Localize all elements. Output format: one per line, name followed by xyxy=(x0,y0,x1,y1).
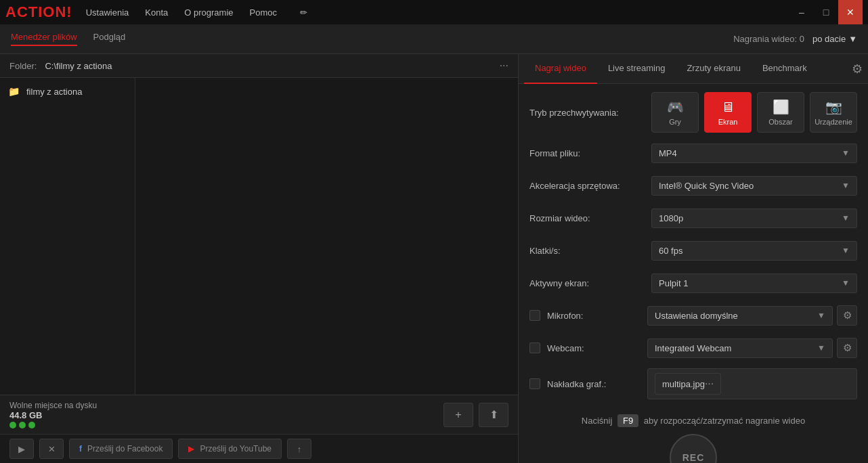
stop-button[interactable]: ✕ xyxy=(39,439,64,459)
resolution-value: 1080p xyxy=(659,213,683,223)
format-arrow-icon: ▼ xyxy=(842,148,850,158)
folder-more-button[interactable]: ··· xyxy=(500,60,508,72)
fps-value: 60 fps xyxy=(659,246,682,256)
rec-hint-suffix: aby rozpocząć/zatrzymać nagranie wideo xyxy=(644,416,805,426)
format-value: MP4 xyxy=(659,148,677,158)
mic-gear-button[interactable]: ⚙ xyxy=(837,305,857,326)
webcam-gear-button[interactable]: ⚙ xyxy=(837,338,857,358)
right-panel: Nagraj wideo Live streaming Zrzuty ekran… xyxy=(519,54,868,463)
rec-hint-prefix: Naciśnij xyxy=(582,416,613,426)
youtube-icon: ▶ xyxy=(188,444,194,454)
folder-icon: 📁 xyxy=(8,86,20,97)
mic-checkbox[interactable] xyxy=(529,310,540,321)
tab-podglad[interactable]: Podgląd xyxy=(93,32,126,46)
overlay-more-icon[interactable]: ··· xyxy=(705,378,714,390)
close-button[interactable]: ✕ xyxy=(838,0,863,24)
games-icon: 🎮 xyxy=(667,99,684,115)
disk-dots xyxy=(9,422,97,428)
overlay-label: Nakładka graf.: xyxy=(547,379,647,389)
webcam-setting: Integrated Webcam ▼ ⚙ xyxy=(647,338,857,358)
minimize-button[interactable]: – xyxy=(789,0,814,24)
nav-ustawienia[interactable]: Ustawienia xyxy=(86,7,129,18)
overlay-checkbox[interactable] xyxy=(529,378,540,389)
capture-btn-gry[interactable]: 🎮 Gry xyxy=(651,92,699,133)
capture-btn-urzadzenie-label: Urządzenie xyxy=(815,118,852,126)
window-controls: – □ ✕ xyxy=(789,0,863,24)
file-sidebar: 📁 filmy z actiona xyxy=(0,78,135,395)
acceleration-row: Akceleracja sprzętowa: Intel® Quick Sync… xyxy=(529,173,857,198)
overlay-file-display[interactable]: multipa.jpg ··· xyxy=(655,373,721,395)
capture-btn-obszar[interactable]: ⬜ Obszar xyxy=(757,92,804,133)
tab-menedzer-plikow[interactable]: Menedżer plików xyxy=(11,32,77,46)
mic-setting: Ustawienia domyślne ▼ ⚙ xyxy=(647,305,857,326)
tab-live-streaming[interactable]: Live streaming xyxy=(597,54,676,84)
active-screen-dropdown[interactable]: Pulpit 1 ▼ xyxy=(651,273,857,293)
import-button[interactable]: ⬆ xyxy=(479,403,508,427)
active-screen-arrow-icon: ▼ xyxy=(842,278,850,288)
app-logo: ACTION! xyxy=(5,3,72,21)
recording-count: Nagrania wideo: 0 xyxy=(733,34,804,44)
tab-list: Menedżer plików Podgląd xyxy=(11,32,733,46)
acceleration-label: Akceleracja sprzętowa: xyxy=(529,181,651,191)
webcam-checkbox[interactable] xyxy=(529,343,540,353)
fps-dropdown[interactable]: 60 fps ▼ xyxy=(651,241,857,261)
overlay-value-container: multipa.jpg ··· xyxy=(647,368,857,399)
folder-label: Folder: xyxy=(9,61,37,71)
right-content: Tryb przechwytywania: 🎮 Gry 🖥 Ekran ⬜ Ob… xyxy=(519,84,868,463)
capture-btn-ekran-label: Ekran xyxy=(718,118,738,126)
acceleration-arrow-icon: ▼ xyxy=(842,181,850,190)
sort-label: po dacie xyxy=(812,34,846,44)
sort-dropdown[interactable]: po dacie ▼ xyxy=(812,34,857,44)
sort-arrow-icon: ▼ xyxy=(848,34,857,44)
area-icon: ⬜ xyxy=(773,99,789,115)
active-screen-label: Aktywny ekran: xyxy=(529,278,651,288)
disk-info: Wolne miejsce na dysku 44.8 GB xyxy=(9,401,97,428)
nav-konta[interactable]: Konta xyxy=(145,7,168,18)
capture-mode-row: Tryb przechwytywania: 🎮 Gry 🖥 Ekran ⬜ Ob… xyxy=(529,92,857,133)
folder-bar: Folder: C:\filmy z actiona ··· xyxy=(0,54,518,78)
tab-nagraj-wideo[interactable]: Nagraj wideo xyxy=(524,54,597,84)
webcam-row: Webcam: Integrated Webcam ▼ ⚙ xyxy=(529,336,857,360)
facebook-upload-button[interactable]: f Prześlij do Facebook xyxy=(69,439,173,459)
rec-button[interactable]: REC xyxy=(670,434,717,463)
resolution-row: Rozmiar wideo: 1080p ▼ xyxy=(529,206,857,230)
youtube-upload-button[interactable]: ▶ Prześlij do YouTube xyxy=(178,439,282,459)
mic-label: Mikrofon: xyxy=(547,311,647,321)
disk-space-label: Wolne miejsce na dysku xyxy=(9,401,97,410)
maximize-button[interactable]: □ xyxy=(814,0,838,24)
sidebar-item-filmy[interactable]: 📁 filmy z actiona xyxy=(0,81,135,102)
disk-space-size: 44.8 GB xyxy=(9,410,97,420)
mic-row: Mikrofon: Ustawienia domyślne ▼ ⚙ xyxy=(529,303,857,328)
active-screen-value: Pulpit 1 xyxy=(659,278,688,288)
mic-dropdown[interactable]: Ustawienia domyślne ▼ xyxy=(647,306,833,326)
add-folder-button[interactable]: + xyxy=(443,403,473,427)
tab-benchmark[interactable]: Benchmark xyxy=(752,54,818,84)
main-area: Folder: C:\filmy z actiona ··· 📁 filmy z… xyxy=(0,54,868,463)
rec-key-badge: F9 xyxy=(617,414,638,427)
resolution-dropdown[interactable]: 1080p ▼ xyxy=(651,208,857,228)
capture-btn-urzadzenie[interactable]: 📷 Urządzenie xyxy=(810,92,857,133)
acceleration-value: Intel® Quick Sync Video xyxy=(659,181,754,191)
nav-oprogramie[interactable]: O programie xyxy=(184,7,233,18)
webcam-label: Webcam: xyxy=(547,343,647,353)
fps-arrow-icon: ▼ xyxy=(842,246,850,255)
settings-gear-icon[interactable]: ⚙ xyxy=(852,62,863,76)
sidebar-content-area: 📁 filmy z actiona xyxy=(0,78,518,395)
logo-highlight: TION! xyxy=(28,3,72,20)
webcam-dropdown[interactable]: Integrated Webcam ▼ xyxy=(647,338,833,358)
mic-value: Ustawienia domyślne xyxy=(655,311,738,321)
play-button[interactable]: ▶ xyxy=(9,439,34,459)
format-dropdown[interactable]: MP4 ▼ xyxy=(651,144,857,163)
bottom-action-bar: Wolne miejsce na dysku 44.8 GB + ⬆ xyxy=(0,395,518,434)
capture-btn-ekran[interactable]: 🖥 Ekran xyxy=(704,92,752,133)
upload-button[interactable]: ↑ xyxy=(287,439,311,459)
left-bottom: Wolne miejsce na dysku 44.8 GB + ⬆ ▶ ✕ f xyxy=(0,395,518,463)
disk-dot-3 xyxy=(28,422,35,428)
rec-area: Naciśnij F9 aby rozpocząć/zatrzymać nagr… xyxy=(529,407,857,463)
pen-icon[interactable]: ✏ xyxy=(300,7,307,18)
acceleration-dropdown[interactable]: Intel® Quick Sync Video ▼ xyxy=(651,176,857,196)
mic-arrow-icon: ▼ xyxy=(817,311,825,320)
capture-btn-obszar-label: Obszar xyxy=(768,118,792,126)
tab-zrzuty-ekranu[interactable]: Zrzuty ekranu xyxy=(676,54,751,84)
nav-pomoc[interactable]: Pomoc xyxy=(250,7,277,18)
